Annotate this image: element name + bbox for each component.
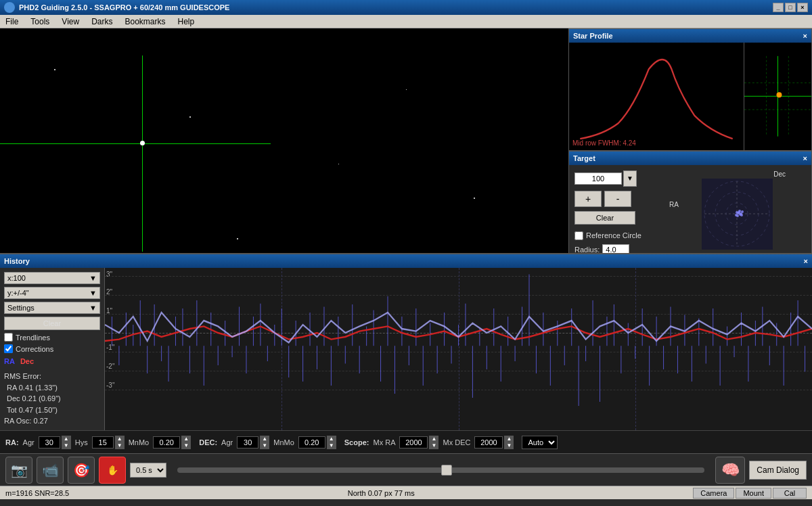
target-pm-buttons: + - bbox=[574, 191, 662, 207]
ref-circle-row: Reference Circle bbox=[574, 231, 662, 240]
star-profile-panel: Star Profile × Mid row FWHM: 4.24 bbox=[568, 28, 812, 151]
dec-agr-down[interactable]: ▼ bbox=[260, 442, 269, 449]
target-controls: 100 ▼ + - Clear Reference Circle Radius: bbox=[574, 170, 662, 255]
trendlines-checkbox[interactable] bbox=[4, 333, 13, 342]
camera-button[interactable]: 📷 bbox=[5, 457, 32, 484]
y-scale-dropdown[interactable]: y:+/-4"▼ bbox=[4, 287, 100, 299]
mx-dec-down[interactable]: ▼ bbox=[504, 442, 514, 449]
menu-darks[interactable]: Darks bbox=[89, 16, 115, 28]
camera-view bbox=[0, 28, 568, 253]
ra-agr-stepper[interactable]: ▲ ▼ bbox=[62, 436, 71, 449]
auto-select[interactable]: Auto bbox=[522, 436, 558, 449]
history-clear-button[interactable]: Clear bbox=[4, 317, 100, 330]
dec-agr-input[interactable]: 30 bbox=[237, 436, 258, 448]
camera-status-button[interactable]: Camera bbox=[693, 488, 734, 499]
exposure-slider[interactable] bbox=[177, 467, 704, 473]
status-left: m=1916 SNR=28.5 bbox=[5, 489, 69, 497]
target-scale-dropdown[interactable]: ▼ bbox=[623, 170, 637, 187]
ra-agr-down[interactable]: ▼ bbox=[62, 442, 71, 449]
mx-ra-group: 2000 ▲ ▼ bbox=[399, 436, 438, 449]
ra-hys-group: 15 ▲ ▼ bbox=[92, 436, 125, 449]
mnmo-label-dec: MnMo bbox=[273, 438, 294, 446]
ra-mnmo-up[interactable]: ▲ bbox=[181, 436, 191, 442]
ra-mnmo-input[interactable]: 0.20 bbox=[153, 436, 180, 448]
mx-dec-up[interactable]: ▲ bbox=[504, 436, 514, 442]
ra-agr-up[interactable]: ▲ bbox=[62, 436, 71, 442]
maximize-button[interactable]: □ bbox=[785, 3, 796, 12]
mx-dec-input[interactable]: 2000 bbox=[474, 436, 503, 448]
ra-agr-input[interactable]: 30 bbox=[39, 436, 60, 448]
polar-chart bbox=[702, 179, 773, 250]
stop-button[interactable]: ✋ bbox=[99, 457, 126, 484]
mx-dec-stepper[interactable]: ▲ ▼ bbox=[504, 436, 514, 449]
menu-file[interactable]: File bbox=[3, 16, 21, 28]
right-panels: Star Profile × Mid row FWHM: 4.24 bbox=[568, 28, 812, 253]
corrections-checkbox[interactable] bbox=[4, 344, 13, 353]
dec-mnmo-up[interactable]: ▲ bbox=[327, 436, 336, 442]
settings-dropdown[interactable]: Settings▼ bbox=[4, 302, 100, 314]
titlebar: PHD2 Guiding 2.5.0 - SSAGPRO + 60/240 mm… bbox=[0, 0, 812, 15]
ref-circle-checkbox[interactable] bbox=[574, 231, 583, 240]
target-close[interactable]: × bbox=[803, 154, 807, 162]
corrections-label: Corrections bbox=[16, 345, 53, 353]
tot-rms: Tot 0.47 (1.50") bbox=[4, 405, 100, 416]
brain-button[interactable]: 🧠 bbox=[715, 457, 745, 484]
polar-display: Dec RA bbox=[668, 170, 806, 255]
ra-mnmo-down[interactable]: ▼ bbox=[181, 442, 191, 449]
dec-mnmo-input[interactable]: 0.20 bbox=[298, 436, 325, 448]
settings-button[interactable]: 🎯 bbox=[68, 457, 95, 484]
guide-star bbox=[140, 141, 145, 145]
history-title: History bbox=[4, 257, 30, 265]
statusbar: m=1916 SNR=28.5 North 0.07 px 77 ms Came… bbox=[0, 486, 812, 499]
dec-mnmo-down[interactable]: ▼ bbox=[327, 442, 336, 449]
star bbox=[54, 69, 55, 70]
svg-point-20 bbox=[740, 214, 743, 216]
target-minus-button[interactable]: - bbox=[604, 191, 631, 207]
video-button[interactable]: 📹 bbox=[37, 457, 64, 484]
star-profile-titlebar: Star Profile × bbox=[569, 29, 811, 43]
history-panel: History × x:100▼ y:+/-4"▼ Settings▼ Clea… bbox=[0, 253, 812, 453]
cam-dialog-button[interactable]: Cam Dialog bbox=[749, 461, 807, 480]
agr-label-ra: Agr bbox=[23, 438, 35, 446]
cal-status-button[interactable]: Cal bbox=[773, 488, 807, 499]
crosshair-horizontal bbox=[0, 143, 271, 144]
mx-ra-down[interactable]: ▼ bbox=[429, 442, 438, 449]
close-button[interactable]: × bbox=[797, 3, 808, 12]
svg-point-22 bbox=[741, 210, 744, 213]
ra-hys-up[interactable]: ▲ bbox=[115, 436, 125, 442]
star bbox=[237, 238, 238, 239]
mx-ra-up[interactable]: ▲ bbox=[429, 436, 438, 442]
dec-agr-stepper[interactable]: ▲ ▼ bbox=[260, 436, 269, 449]
target-plus-button[interactable]: + bbox=[574, 191, 602, 207]
menu-bookmarks[interactable]: Bookmarks bbox=[122, 16, 168, 28]
dec-rms: Dec 0.21 (0.69") bbox=[4, 393, 100, 405]
slider-thumb[interactable] bbox=[441, 465, 452, 476]
menu-help[interactable]: Help bbox=[175, 16, 198, 28]
target-clear-button[interactable]: Clear bbox=[574, 211, 635, 225]
scope-param-label: Scope: bbox=[344, 438, 369, 446]
dec-agr-up[interactable]: ▲ bbox=[260, 436, 269, 442]
window-controls[interactable]: _ □ × bbox=[773, 3, 808, 12]
ra-hys-input[interactable]: 15 bbox=[92, 436, 114, 448]
menu-view[interactable]: View bbox=[59, 16, 82, 28]
ra-osc: RA Osc: 0.27 bbox=[4, 415, 100, 427]
target-scale-row: 100 ▼ bbox=[574, 170, 662, 187]
history-close[interactable]: × bbox=[804, 257, 808, 265]
mx-dec-group: 2000 ▲ ▼ bbox=[474, 436, 514, 449]
mx-ra-input[interactable]: 2000 bbox=[399, 436, 428, 448]
mx-ra-stepper[interactable]: ▲ ▼ bbox=[429, 436, 438, 449]
exposure-select[interactable]: 0.5 s bbox=[130, 463, 166, 478]
ra-hys-stepper[interactable]: ▲ ▼ bbox=[115, 436, 125, 449]
ra-mnmo-stepper[interactable]: ▲ ▼ bbox=[181, 436, 191, 449]
mount-status-button[interactable]: Mount bbox=[736, 488, 771, 499]
star-profile-close[interactable]: × bbox=[803, 32, 807, 40]
dec-mnmo-stepper[interactable]: ▲ ▼ bbox=[327, 436, 336, 449]
x-scale-dropdown[interactable]: x:100▼ bbox=[4, 272, 100, 284]
menu-tools[interactable]: Tools bbox=[28, 16, 52, 28]
target-scale-input[interactable]: 100 bbox=[574, 172, 622, 185]
trendlines-label: Trendlines bbox=[16, 334, 50, 342]
graph-svg bbox=[105, 268, 812, 430]
minimize-button[interactable]: _ bbox=[773, 3, 784, 12]
ra-hys-down[interactable]: ▼ bbox=[115, 442, 125, 449]
fwhm-text: Mid row FWHM: 4.24 bbox=[572, 139, 636, 147]
